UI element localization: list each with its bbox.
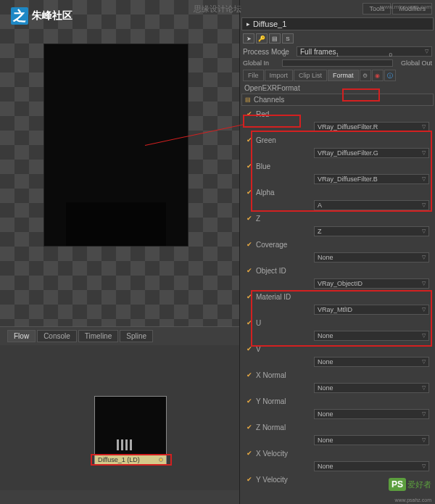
node-thumbnail (95, 397, 166, 455)
channel-red: ✔Red (243, 107, 432, 120)
check-icon[interactable]: ✔ (246, 319, 253, 326)
channel-u: ✔U (243, 316, 432, 329)
target-icon[interactable]: ◉ (372, 70, 384, 81)
check-icon[interactable]: ✔ (246, 424, 253, 431)
tab-format[interactable]: Format (328, 70, 359, 81)
check-icon[interactable]: ✔ (246, 162, 253, 170)
check-icon[interactable]: ✔ (246, 397, 253, 405)
check-icon[interactable]: ✔ (246, 189, 253, 196)
check-icon[interactable]: ✔ (246, 241, 253, 248)
tab-timeline[interactable]: Timeline (78, 330, 118, 342)
v-field[interactable]: None▽ (314, 357, 429, 367)
ps-icon: PS (389, 478, 406, 491)
watermark-top: 思缘设计论坛 (194, 4, 241, 15)
channel-materialid: ✔Material ID (243, 290, 432, 303)
channel-xvelocity: ✔X Velocity (243, 447, 432, 460)
channel-blue: ✔Blue (243, 160, 432, 173)
panel-title: Diffuse_1 (253, 20, 286, 28)
gear-icon[interactable]: ⚙ (360, 70, 371, 81)
ps-watermark: PS 爱好者 (389, 478, 431, 491)
main-wrap: 之 朱峰社区 ZF3D.COM Flow Console Timeline Sp… (0, 0, 435, 504)
check-icon[interactable]: ✔ (246, 215, 253, 222)
channel-xnormal: ✔X Normal (243, 368, 432, 381)
channel-z: ✔Z (243, 212, 432, 225)
ps-url: www.psahz.com (394, 497, 431, 503)
node-label-text: Diffuse_1 (LD) (98, 456, 140, 463)
logo-text: 朱峰社区 (32, 9, 72, 22)
viewport[interactable] (0, 0, 239, 326)
render-lower (66, 202, 166, 246)
render-preview (44, 44, 188, 247)
channel-znormal: ✔Z Normal (243, 421, 432, 434)
bottom-tabs: Flow Console Timeline Spline (0, 327, 239, 345)
node-diffuse[interactable]: Diffuse_1 (LD) (94, 396, 167, 466)
xvelocity-field[interactable]: None▽ (314, 461, 429, 471)
global-range-row: Global In 010 Global Out (241, 58, 434, 68)
objectid-field[interactable]: VRay_ObjectID▽ (314, 278, 429, 289)
watermark-url: www.missyuan.com (381, 4, 431, 10)
format-title: OpenEXRFormat (241, 83, 434, 94)
ynormal-field[interactable]: None▽ (314, 409, 429, 419)
right-panel: Tools Modifiers ▸ Diffuse_1 ➤ 🔑 ▤ S Proc… (239, 0, 435, 504)
channel-objectid: ✔Object ID (243, 264, 432, 277)
check-icon[interactable]: ✔ (246, 110, 253, 117)
alpha-field[interactable]: A▽ (314, 200, 429, 210)
channel-list: ✔Red VRay_DiffuseFilter.R▽ ✔Green VRay_D… (241, 106, 434, 487)
tool-arrow-icon[interactable]: ➤ (243, 33, 254, 44)
channel-coverage: ✔Coverage (243, 238, 432, 251)
node-graph[interactable]: Diffuse_1 (LD) (0, 345, 239, 490)
tab-cliplist[interactable]: Clip List (294, 70, 327, 81)
global-out-label: Global Out (396, 59, 432, 67)
channels-header[interactable]: ▤ Channels (241, 94, 434, 106)
coverage-field[interactable]: None▽ (314, 252, 429, 263)
ps-text: 爱好者 (407, 479, 431, 490)
tab-flow[interactable]: Flow (7, 330, 36, 342)
channel-green: ✔Green (243, 133, 432, 146)
file-tabs: File Import Clip List Format ⚙ ◉ ⓘ (241, 68, 434, 83)
panel-header[interactable]: ▸ Diffuse_1 (241, 17, 434, 30)
check-icon[interactable]: ✔ (246, 136, 253, 144)
u-field[interactable]: None▽ (314, 331, 429, 341)
global-in-label: Global In (243, 59, 279, 67)
tab-file[interactable]: File (243, 70, 264, 81)
channel-alpha: ✔Alpha (243, 186, 432, 199)
expand-icon: ▸ (246, 20, 250, 28)
logo-icon: 之 (11, 7, 28, 25)
channel-ynormal: ✔Y Normal (243, 394, 432, 408)
info-icon[interactable]: ⓘ (384, 70, 396, 81)
green-field[interactable]: VRay_DiffuseFilter.G▽ (314, 148, 429, 158)
list-icon: ▤ (245, 96, 251, 103)
left-panel: 之 朱峰社区 ZF3D.COM Flow Console Timeline Sp… (0, 0, 239, 504)
tool-script-icon[interactable]: S (282, 33, 294, 44)
tab-import[interactable]: Import (265, 70, 294, 81)
dropdown-icon: ▽ (425, 49, 428, 54)
z-field[interactable]: Z▽ (314, 226, 429, 236)
check-icon[interactable]: ✔ (246, 345, 253, 352)
tab-spline[interactable]: Spline (120, 330, 153, 342)
range-slider[interactable]: 010 (282, 59, 393, 67)
logo: 之 朱峰社区 (11, 7, 72, 25)
tool-row: ➤ 🔑 ▤ S (241, 32, 434, 45)
blue-field[interactable]: VRay_DiffuseFilter.B▽ (314, 174, 429, 184)
tool-key-icon[interactable]: 🔑 (256, 33, 268, 44)
check-icon[interactable]: ✔ (246, 267, 253, 274)
tab-console[interactable]: Console (37, 330, 77, 342)
channels-title: Channels (254, 96, 284, 104)
materialid-field[interactable]: VRay_MtlID▽ (314, 305, 429, 315)
check-icon[interactable]: ✔ (246, 450, 253, 457)
check-icon[interactable]: ✔ (246, 371, 253, 379)
xnormal-field[interactable]: None▽ (314, 383, 429, 393)
check-icon[interactable]: ✔ (246, 293, 253, 300)
node-output-dot[interactable] (159, 458, 163, 462)
channel-v: ✔V (243, 342, 432, 355)
znormal-field[interactable]: None▽ (314, 435, 429, 445)
tool-list-icon[interactable]: ▤ (269, 33, 281, 44)
node-label-row: Diffuse_1 (LD) (95, 455, 166, 465)
check-icon[interactable]: ✔ (246, 476, 253, 483)
bottom-panel: Flow Console Timeline Spline Diffuse_1 (… (0, 326, 239, 504)
red-field[interactable]: VRay_DiffuseFilter.R▽ (314, 122, 429, 132)
